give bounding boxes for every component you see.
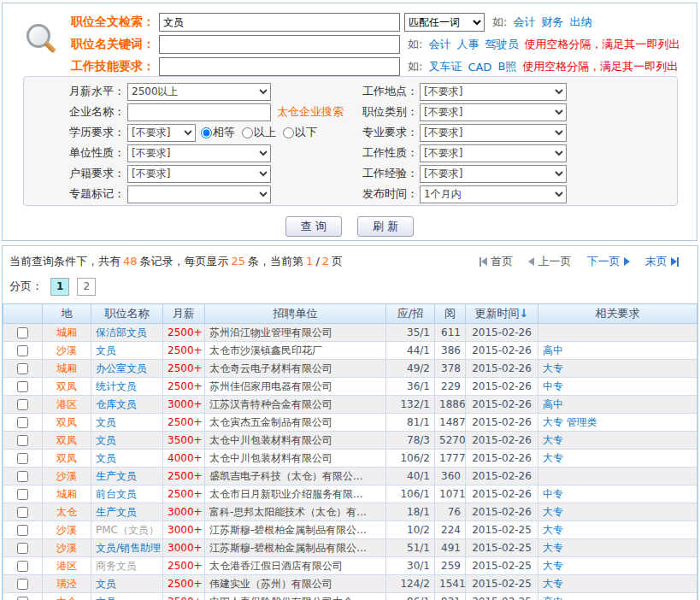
skill-example-link-2[interactable]: CAD — [468, 61, 491, 74]
job-title-link[interactable]: 生产文员 — [96, 470, 137, 482]
keyword-example-link-3[interactable]: 驾驶员 — [485, 37, 518, 52]
row-checkbox[interactable] — [17, 417, 28, 428]
row-checkbox[interactable] — [17, 525, 28, 536]
page-button-1[interactable]: 1 — [50, 278, 69, 296]
degree-radio-0[interactable]: 相等 — [201, 125, 235, 140]
job-title-link[interactable]: 文员 — [96, 344, 116, 356]
keyword-example-link-1[interactable]: 会计 — [428, 37, 450, 52]
row-checkbox[interactable] — [17, 507, 28, 518]
match-mode-select[interactable]: 匹配任一词 — [404, 13, 485, 32]
row-checkbox[interactable] — [17, 381, 28, 392]
degree-select[interactable]: [不要求] — [127, 124, 196, 142]
keyword-example-link-2[interactable]: 人事 — [456, 37, 479, 52]
row-checkbox[interactable] — [17, 561, 28, 572]
row-company: 江苏斯穆-碧根柏金属制品有限公... — [205, 539, 386, 557]
page-button-2[interactable]: 2 — [77, 278, 96, 296]
refresh-button[interactable]: 刷 新 — [357, 216, 414, 237]
skill-example-link-3[interactable]: B照 — [497, 59, 516, 74]
skill-search-input[interactable] — [159, 57, 400, 76]
job-title-link[interactable]: 前台文员 — [96, 488, 137, 500]
first-page-icon — [481, 257, 487, 266]
job-title-link[interactable]: 保洁部文员 — [96, 326, 147, 338]
row-checkbox[interactable] — [17, 453, 28, 464]
category-select[interactable]: [不要求] — [420, 103, 567, 121]
row-checkbox[interactable] — [17, 435, 28, 446]
table-row: 双凤 文员 3500+ 太仓中川包装材料有限公司 78/3 5270 2015-… — [3, 432, 697, 450]
publish-time-select[interactable]: 1个月内 — [420, 185, 567, 203]
topic-select[interactable] — [127, 185, 271, 203]
degree-radio-above[interactable] — [242, 127, 253, 138]
row-checkbox[interactable] — [17, 345, 28, 356]
fulltext-search-input[interactable] — [159, 13, 400, 32]
row-requirements: 高中 — [538, 593, 697, 600]
job-title-link[interactable]: 文员 — [96, 416, 116, 428]
table-row: 港区 仓库文员 3000+ 江苏汉青特种合金有限公司 132/1 1886 20… — [3, 396, 697, 414]
residence-filter-row: 户籍要求： [不要求] — [24, 163, 359, 184]
row-requirements: 大专 — [538, 450, 697, 468]
experience-select[interactable]: [不要求] — [420, 165, 567, 183]
company-filter-row: 企业名称： 太仓企业搜索 — [24, 102, 359, 122]
row-salary: 3000+ — [163, 503, 205, 521]
header-update-time[interactable]: 更新时间↓ — [466, 304, 538, 324]
job-title-link[interactable]: 文员 — [96, 578, 116, 590]
results-tbody: 城厢 保洁部文员 2500+ 苏州沿江物业管理有限公司 35/1 611 201… — [3, 324, 697, 600]
magnifier-handle — [44, 41, 56, 54]
row-salary: 3000+ — [163, 396, 205, 414]
row-checkbox[interactable] — [17, 471, 28, 482]
job-title-link[interactable]: 文员/销售助理 — [96, 542, 161, 554]
row-update-date: 2015-02-25 — [466, 593, 538, 600]
residence-select[interactable]: [不要求] — [127, 165, 271, 183]
search-panel: 职位全文检索： 匹配任一词 如: 会计 财务 出纳 职位名关键词： 如: 会计 … — [2, 3, 697, 241]
skill-example-link-1[interactable]: 叉车证 — [428, 59, 462, 74]
magnifier-icon — [25, 22, 59, 60]
row-company: 江苏斯穆-碧根柏金属制品有限公... — [205, 521, 386, 539]
results-status-row: 首页 上一页 下一页 末页 当前查询条件下，共有48条记录，每页显示25条，当前… — [3, 246, 697, 272]
row-requirements: 大专 — [538, 575, 697, 593]
degree-radio-2[interactable]: 以下 — [283, 125, 317, 140]
row-checkbox[interactable] — [17, 327, 28, 338]
row-apply-ratio: 96/1 — [386, 593, 435, 600]
job-title-link[interactable]: 生产文员 — [96, 506, 137, 518]
salary-select[interactable]: 2500以上 — [127, 83, 271, 101]
row-title-cell: 文员 — [91, 593, 163, 600]
job-title-link[interactable]: PMC（文员） — [96, 524, 159, 536]
job-nature-select[interactable]: [不要求] — [420, 144, 567, 162]
row-checkbox[interactable] — [17, 489, 28, 500]
company-search-link[interactable]: 太仓企业搜索 — [277, 104, 344, 120]
row-title-cell: 生产文员 — [91, 503, 163, 521]
job-title-link[interactable]: 文员 — [96, 434, 116, 446]
location-select[interactable]: [不要求] — [420, 83, 567, 101]
row-checkbox[interactable] — [17, 579, 28, 590]
row-checkbox[interactable] — [17, 543, 28, 554]
job-title-link[interactable]: 文员 — [96, 452, 116, 464]
fulltext-example-link-1[interactable]: 会计 — [513, 15, 535, 30]
row-checkbox[interactable] — [17, 597, 28, 600]
fulltext-example-link-3[interactable]: 出纳 — [569, 15, 591, 30]
job-title-link[interactable]: 仓库文员 — [96, 398, 137, 410]
fulltext-example-link-2[interactable]: 财务 — [541, 15, 563, 30]
row-location: 双凤 — [43, 414, 91, 432]
unit-type-select[interactable]: [不要求] — [127, 144, 271, 162]
row-checkbox[interactable] — [17, 363, 28, 374]
row-salary: 2500+ — [163, 557, 205, 575]
row-checkbox-cell — [3, 324, 43, 342]
company-name-input[interactable] — [127, 103, 271, 121]
job-title-link[interactable]: 办公室文员 — [96, 362, 147, 374]
job-title-link[interactable]: 文员 — [96, 596, 116, 600]
pager-last[interactable]: 末页 — [645, 255, 679, 268]
row-update-date: 2015-02-26 — [466, 432, 538, 450]
experience-filter-label: 工作经验： — [362, 166, 417, 181]
row-checkbox[interactable] — [17, 399, 28, 410]
degree-radio-below[interactable] — [283, 127, 294, 138]
major-select[interactable]: [不要求] — [420, 124, 567, 142]
degree-radio-equal[interactable] — [201, 127, 212, 138]
query-button[interactable]: 查 询 — [285, 216, 342, 237]
row-salary: 4000+ — [163, 450, 205, 468]
keyword-search-input[interactable] — [159, 35, 400, 54]
row-views: 1886 — [435, 396, 466, 414]
pager-next[interactable]: 下一页 — [587, 255, 630, 268]
job-title-link[interactable]: 商务文员 — [96, 560, 137, 572]
row-location: 港区 — [43, 557, 91, 575]
job-title-link[interactable]: 统计文员 — [96, 380, 137, 392]
degree-radio-1[interactable]: 以上 — [242, 125, 276, 140]
